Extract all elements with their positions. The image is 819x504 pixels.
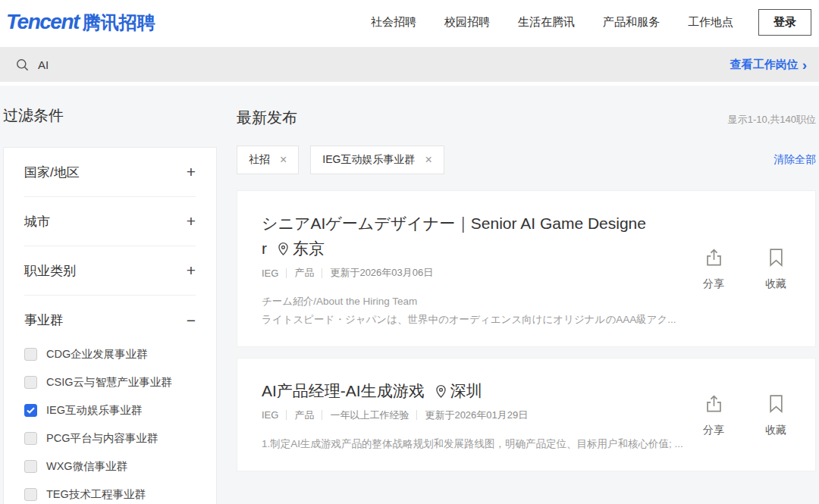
checkbox-unchecked[interactable] [24,460,37,473]
favorite-label: 收藏 [765,277,786,291]
checkbox-label: PCG平台与内容事业群 [46,431,158,446]
chip-label: 社招 [249,153,270,167]
job-meta-bg: IEG [262,268,278,279]
favorite-label: 收藏 [765,424,786,437]
logo-text-en: Tencent [6,10,79,34]
location-pin-icon [276,239,293,257]
job-meta-updated: 更新于2026年03月06日 [330,266,433,280]
job-card-actions: 分享 收藏 [703,247,786,291]
divider [322,268,322,278]
close-icon[interactable]: × [280,154,287,166]
checkbox-unchecked[interactable] [24,348,37,361]
checkbox-item-teg[interactable]: TEG技术工程事业群 [24,485,196,503]
expand-plus-icon[interactable]: + [187,212,196,230]
filter-chip-shezhao[interactable]: 社招 × [237,146,299,174]
filter-sidebar: 过滤条件 国家/地区 + 城市 + 职业类别 + 事业群 − CDG企业 [3,86,217,504]
job-location: 东京 [276,239,325,257]
job-card-actions: 分享 收藏 [703,393,786,437]
nav-item-work-locations[interactable]: 工作地点 [688,15,733,30]
filter-section-label: 事业群 [24,311,63,329]
search-icon [15,58,30,72]
filter-panel: 国家/地区 + 城市 + 职业类别 + 事业群 − CDG企业发展事业群 [3,147,217,504]
checkbox-unchecked[interactable] [24,432,37,445]
favorite-button[interactable]: 收藏 [765,247,786,291]
divider [322,410,322,420]
job-title[interactable]: シニアAIゲームデザイナー｜Senior AI Game Designer东京 [262,211,650,261]
job-title[interactable]: AI产品经理-AI生成游戏深圳 [262,378,650,403]
job-location-text: 深圳 [450,382,482,399]
nav-item-social-recruiting[interactable]: 社会招聘 [371,15,416,30]
checkbox-item-wxg[interactable]: WXG微信事业群 [24,457,196,475]
clear-all-link[interactable]: 清除全部 [774,153,816,167]
job-meta-updated: 更新于2026年01月29日 [425,409,528,422]
share-icon [704,393,724,417]
job-description: チーム紹介/About the Hiring Team ライトスピード・ジャパン… [262,293,686,327]
header: Tencent 腾讯招聘 社会招聘 校园招聘 生活在腾讯 产品和服务 工作地点 … [0,0,819,44]
results-count: 显示1-10,共140职位 [728,113,816,127]
divider [286,268,287,278]
checkbox-label: CSIG云与智慧产业事业群 [46,375,172,390]
bookmark-icon [766,247,786,271]
checkbox-unchecked[interactable] [24,376,37,389]
filter-section-country-region[interactable]: 国家/地区 + [24,148,196,197]
job-card[interactable]: シニアAIゲームデザイナー｜Senior AI Game Designer东京 … [237,190,816,347]
checkbox-item-ieg[interactable]: IEG互动娱乐事业群 [24,401,196,419]
job-card-main: AI产品经理-AI生成游戏深圳 IEG 产品 一年以上工作经验 更新于2026年… [262,378,688,452]
logo-text-zh: 腾讯招聘 [83,11,155,35]
checkbox-checked[interactable] [24,404,37,417]
results-header: 最新发布 显示1-10,共140职位 [237,108,816,128]
job-meta-category: 产品 [294,409,314,422]
checkbox-item-csig[interactable]: CSIG云与智慧产业事业群 [24,373,196,391]
chevron-right-icon: › [802,58,807,72]
job-description: 1.制定AI生成游戏产品的整体战略规划和发展路线图，明确产品定位、目标用户和核心… [262,435,686,452]
job-meta-bg: IEG [262,409,278,421]
checkbox-item-pcg[interactable]: PCG平台与内容事业群 [24,429,196,447]
checkbox-label: CDG企业发展事业群 [46,347,148,362]
nav-item-campus-recruiting[interactable]: 校园招聘 [444,15,490,30]
active-filters-row: 社招 × IEG互动娱乐事业群 × 清除全部 [237,146,816,174]
share-label: 分享 [703,424,724,437]
job-location: 深圳 [434,382,482,399]
chip-label: IEG互动娱乐事业群 [322,153,415,167]
divider [286,410,287,420]
search-input[interactable]: AI [38,58,730,71]
location-pin-icon [434,382,450,399]
job-description-line: ライトスピード・ジャパンは、世界中のオーディエンス向けにオリジナルのAAA級アク… [262,311,686,328]
business-group-list: CDG企业发展事业群 CSIG云与智慧产业事业群 IEG互动娱乐事业群 PCG平… [24,345,196,503]
share-icon [704,247,724,271]
share-button[interactable]: 分享 [703,393,724,437]
job-meta: IEG 产品 更新于2026年03月06日 [262,266,688,280]
search-bar: AI 查看工作岗位 › [0,47,819,82]
checkbox-unchecked[interactable] [24,488,37,501]
main-nav: 社会招聘 校园招聘 生活在腾讯 产品和服务 工作地点 [371,15,733,30]
filter-section-business-group[interactable]: 事业群 − [24,296,196,345]
view-jobs-link[interactable]: 查看工作岗位 › [730,58,807,72]
filter-section-city[interactable]: 城市 + [24,197,196,246]
job-card[interactable]: AI产品经理-AI生成游戏深圳 IEG 产品 一年以上工作经验 更新于2026年… [237,358,816,471]
job-card-main: シニアAIゲームデザイナー｜Senior AI Game Designer东京 … [262,211,688,328]
collapse-minus-icon[interactable]: − [187,311,196,330]
favorite-button[interactable]: 收藏 [765,393,786,437]
expand-plus-icon[interactable]: + [187,261,196,280]
results-area: 最新发布 显示1-10,共140职位 社招 × IEG互动娱乐事业群 × 清除全… [237,86,816,504]
expand-plus-icon[interactable]: + [187,163,196,181]
tencent-logo[interactable]: Tencent 腾讯招聘 [6,10,155,35]
login-button[interactable]: 登录 [758,9,811,36]
checkbox-item-cdg[interactable]: CDG企业发展事业群 [24,345,196,363]
nav-item-life-at-tencent[interactable]: 生活在腾讯 [518,15,575,30]
checkbox-label: WXG微信事业群 [46,459,127,474]
filter-chip-ieg[interactable]: IEG互动娱乐事业群 × [310,146,444,174]
job-description-line: チーム紹介/About the Hiring Team [262,293,686,310]
job-meta-category: 产品 [294,266,314,280]
filter-section-job-category[interactable]: 职业类别 + [24,246,196,296]
results-title: 最新发布 [237,108,297,128]
close-icon[interactable]: × [425,154,431,166]
filter-section-label: 职业类别 [24,262,76,280]
nav-item-products-services[interactable]: 产品和服务 [603,15,660,30]
job-list: シニアAIゲームデザイナー｜Senior AI Game Designer东京 … [237,190,816,471]
bookmark-icon [766,393,786,417]
job-meta-experience: 一年以上工作经验 [330,409,409,422]
share-button[interactable]: 分享 [703,247,724,291]
job-description-line: 1.制定AI生成游戏产品的整体战略规划和发展路线图，明确产品定位、目标用户和核心… [262,435,686,452]
filter-section-label: 国家/地区 [24,164,80,181]
